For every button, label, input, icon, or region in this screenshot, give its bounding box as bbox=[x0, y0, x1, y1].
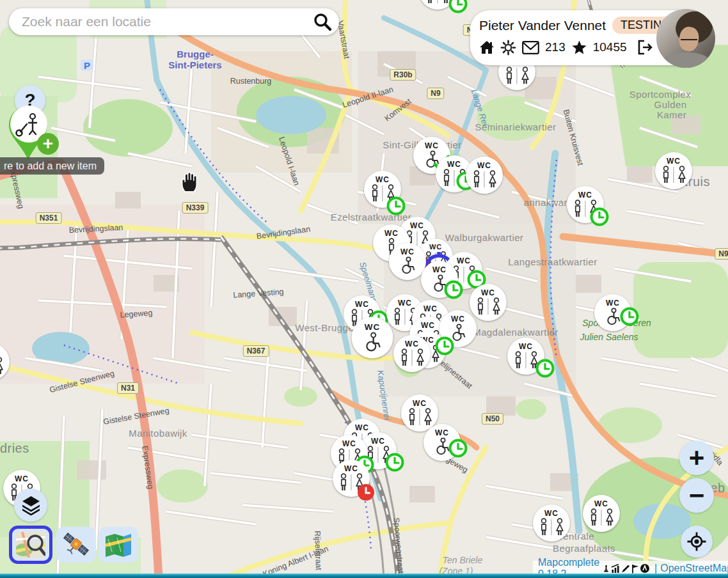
green-clock-badge bbox=[444, 280, 463, 299]
search-icon[interactable] bbox=[312, 12, 333, 32]
wc-marker[interactable]: WC bbox=[0, 343, 10, 380]
wc-marker-label: WC bbox=[413, 400, 427, 407]
red-clock-badge bbox=[356, 483, 376, 502]
envelope-icon[interactable] bbox=[522, 41, 539, 54]
star-icon bbox=[571, 40, 587, 55]
wc-marker-circle: WC bbox=[466, 157, 503, 194]
zoom-out-button[interactable]: − bbox=[679, 478, 714, 513]
wheel-pictogram-icon bbox=[361, 332, 383, 354]
wc-marker-label: WC bbox=[425, 142, 439, 150]
wc-marker[interactable]: WC bbox=[421, 261, 458, 298]
wc-marker[interactable]: WC bbox=[507, 338, 544, 375]
wc-marker[interactable]: WC bbox=[364, 171, 401, 208]
wc-marker[interactable]: WC bbox=[419, 0, 456, 10]
wc-marker-label: WC bbox=[365, 322, 381, 331]
wc-marker[interactable]: WC bbox=[470, 284, 507, 321]
wc-marker-label: WC bbox=[451, 315, 465, 323]
wc-marker[interactable]: WC bbox=[423, 424, 461, 461]
mw-pictogram-icon bbox=[658, 166, 690, 185]
wc-marker-circle: WC bbox=[583, 495, 620, 532]
background-style-osm-button[interactable] bbox=[9, 526, 52, 564]
geolocate-icon bbox=[686, 531, 707, 552]
wc-marker-label: WC bbox=[384, 230, 399, 237]
mw-pictogram-icon bbox=[0, 357, 7, 376]
wc-marker-circle: WC bbox=[0, 343, 10, 380]
wc-marker[interactable]: WC bbox=[466, 157, 503, 194]
layers-icon bbox=[21, 495, 41, 515]
wc-marker[interactable]: WC bbox=[583, 495, 620, 532]
wc-marker-circle: WC bbox=[655, 152, 692, 189]
wc-marker[interactable]: WC bbox=[393, 335, 431, 372]
wc-marker-circle: WC bbox=[393, 335, 431, 372]
wc-marker-circle: WC bbox=[470, 284, 507, 321]
wc-marker-circle: WC bbox=[352, 317, 393, 359]
location-search-bar bbox=[9, 8, 339, 35]
mw-pictogram-icon bbox=[396, 348, 428, 368]
green-clock-badge bbox=[620, 307, 639, 326]
plus-icon[interactable]: + bbox=[37, 133, 59, 155]
wc-marker-label: WC bbox=[421, 322, 435, 329]
wc-marker-label: WC bbox=[423, 305, 438, 313]
search-input[interactable] bbox=[20, 13, 312, 30]
green-clock-badge bbox=[535, 359, 555, 378]
openstreetmap-link[interactable]: OpenStreetMap bbox=[660, 563, 728, 574]
wc-marker-label: WC bbox=[594, 500, 608, 508]
avatar-glasses bbox=[681, 35, 697, 40]
wc-marker-label: WC bbox=[432, 266, 447, 274]
wc-marker[interactable]: WC bbox=[533, 504, 570, 542]
chart-icon[interactable] bbox=[611, 564, 620, 574]
background-style-satellite-button[interactable] bbox=[56, 527, 96, 563]
gear-icon[interactable] bbox=[500, 40, 516, 56]
wc-marker-label: WC bbox=[667, 157, 681, 165]
attribution-icons bbox=[602, 563, 650, 574]
add-item-tooltip: re to add a new item bbox=[0, 157, 104, 175]
wheel-pictogram-icon bbox=[398, 256, 417, 276]
wc-marker-label: WC bbox=[606, 299, 620, 307]
osm-map-style-icon bbox=[16, 532, 45, 558]
mw-pictogram-icon bbox=[535, 518, 567, 537]
wc-marker-label: WC bbox=[355, 424, 369, 432]
wc-marker-label: WC bbox=[447, 160, 461, 168]
wc-marker-label: WC bbox=[400, 248, 415, 256]
wc-marker[interactable]: WC bbox=[333, 460, 370, 497]
bottom-theme-bar bbox=[0, 574, 728, 578]
wc-marker[interactable]: WC bbox=[567, 186, 604, 223]
user-name: Pieter Vander Vennet bbox=[479, 18, 606, 33]
satellite-style-icon bbox=[61, 531, 91, 558]
background-style-map-button[interactable] bbox=[99, 527, 138, 563]
green-clock-badge bbox=[590, 207, 609, 226]
wc-marker[interactable]: WC bbox=[655, 152, 692, 189]
layers-button[interactable] bbox=[14, 488, 47, 522]
attribution-separator: | bbox=[654, 563, 657, 574]
user-avatar[interactable] bbox=[656, 9, 715, 68]
hand-cursor-icon bbox=[180, 171, 199, 193]
wc-marker-label: WC bbox=[355, 301, 369, 308]
wc-marker-label: WC bbox=[371, 437, 385, 445]
mw-pictogram-icon bbox=[472, 297, 504, 316]
wc-marker[interactable]: WC bbox=[352, 317, 393, 359]
wc-marker-label: WC bbox=[429, 244, 442, 251]
wc-marker-label: WC bbox=[344, 465, 358, 473]
wc-marker-label: WC bbox=[477, 162, 491, 169]
pencil-icon[interactable] bbox=[621, 564, 630, 574]
home-icon[interactable] bbox=[479, 40, 495, 55]
statue-icon[interactable] bbox=[602, 564, 610, 574]
logout-icon[interactable] bbox=[637, 39, 653, 56]
wc-marker-label: WC bbox=[481, 289, 495, 297]
geolocate-button[interactable] bbox=[681, 526, 713, 558]
map-markers-layer: WCWCWCWCWCWCWCWCWCWCWCWCWCWCWCWCWCWCWCWC… bbox=[0, 0, 728, 578]
green-clock-badge bbox=[448, 439, 468, 458]
wc-marker-label: WC bbox=[435, 429, 449, 437]
mw-pictogram-icon bbox=[585, 508, 617, 527]
community-icon[interactable] bbox=[640, 563, 650, 574]
folded-map-style-icon bbox=[104, 533, 132, 557]
mapcomplete-app: Brugge-Sint-PietersRustenburgPR30bN9N376… bbox=[0, 0, 728, 578]
green-clock-badge bbox=[385, 453, 404, 472]
flag-icon[interactable] bbox=[631, 564, 639, 574]
zoom-in-button[interactable]: + bbox=[679, 441, 714, 475]
wc-marker[interactable]: WC bbox=[594, 294, 631, 331]
wc-marker-label: WC bbox=[405, 340, 419, 348]
changeset-count: 10455 bbox=[593, 40, 627, 54]
wc-marker-label: WC bbox=[578, 191, 592, 199]
wc-marker-label: WC bbox=[519, 343, 533, 350]
